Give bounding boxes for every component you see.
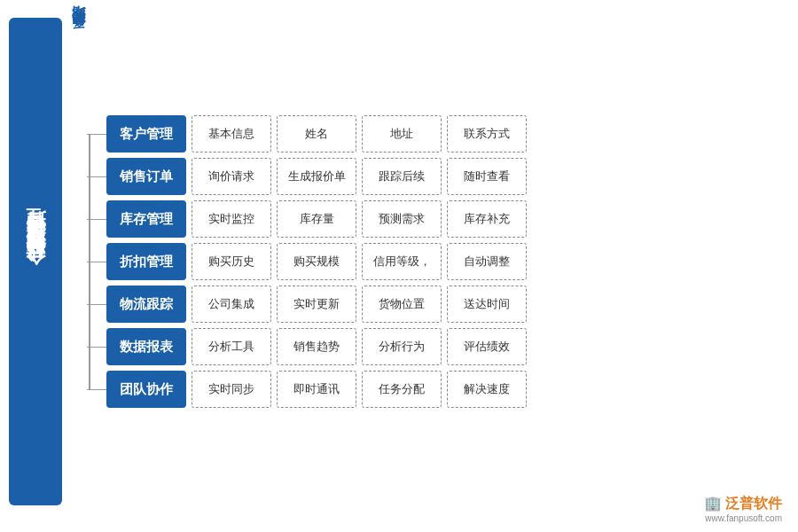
item-box[interactable]: 随时查看 xyxy=(447,158,527,195)
sub-title: 系统的功能介绍 xyxy=(70,28,87,41)
item-box[interactable]: 实时监控 xyxy=(192,200,271,238)
content-area: 客户管理基本信息姓名地址联系方式销售订单询价请求生成报价单跟踪后续随时查看库存管… xyxy=(62,115,789,408)
item-box[interactable]: 库存量 xyxy=(277,200,356,238)
watermark: 🏢 泛普软件 www.fanpusoft.com xyxy=(704,495,782,523)
item-box[interactable]: 预测需求 xyxy=(362,200,442,238)
item-box[interactable]: 联系方式 xyxy=(447,115,527,153)
vertical-title-banner: 合成材料制造行业销售管理 系统的功能介绍 xyxy=(9,18,62,505)
category-box-折扣管理[interactable]: 折扣管理 xyxy=(106,243,186,280)
func-row: 物流跟踪公司集成实时更新货物位置送达时间 xyxy=(106,286,789,323)
category-box-库存管理[interactable]: 库存管理 xyxy=(106,200,186,238)
watermark-logo: 🏢 泛普软件 xyxy=(704,495,782,513)
item-box[interactable]: 任务分配 xyxy=(362,371,442,408)
func-row: 数据报表分析工具销售趋势分析行为评估绩效 xyxy=(106,328,789,365)
item-box[interactable]: 分析工具 xyxy=(192,328,271,365)
item-box[interactable]: 信用等级， xyxy=(362,243,442,280)
item-box[interactable]: 跟踪后续 xyxy=(362,158,442,195)
main-title: 合成材料制造行业销售管理 xyxy=(24,240,47,283)
item-box[interactable]: 销售趋势 xyxy=(277,328,356,365)
category-box-销售订单[interactable]: 销售订单 xyxy=(106,158,186,195)
item-box[interactable]: 购买历史 xyxy=(192,243,271,280)
item-box[interactable]: 实时更新 xyxy=(277,286,356,323)
func-row: 库存管理实时监控库存量预测需求库存补充 xyxy=(106,200,789,238)
item-box[interactable]: 地址 xyxy=(362,115,442,153)
item-box[interactable]: 询价请求 xyxy=(192,158,271,195)
watermark-url: www.fanpusoft.com xyxy=(705,513,782,523)
item-box[interactable]: 解决速度 xyxy=(447,371,527,408)
func-row: 销售订单询价请求生成报价单跟踪后续随时查看 xyxy=(106,158,789,195)
main-container: 合成材料制造行业销售管理 系统的功能介绍 客户管理基本信息姓名地址联系方式销售订… xyxy=(0,0,798,532)
item-box[interactable]: 实时同步 xyxy=(192,371,271,408)
category-box-客户管理[interactable]: 客户管理 xyxy=(106,115,186,153)
func-row: 客户管理基本信息姓名地址联系方式 xyxy=(106,115,789,153)
item-box[interactable]: 库存补充 xyxy=(447,200,527,238)
func-row: 折扣管理购买历史购买规模信用等级，自动调整 xyxy=(106,243,789,280)
rows-wrapper: 客户管理基本信息姓名地址联系方式销售订单询价请求生成报价单跟踪后续随时查看库存管… xyxy=(106,115,789,408)
func-row: 团队协作实时同步即时通讯任务分配解决速度 xyxy=(106,371,789,408)
item-box[interactable]: 基本信息 xyxy=(192,115,271,153)
item-box[interactable]: 购买规模 xyxy=(277,243,356,280)
item-box[interactable]: 货物位置 xyxy=(362,286,442,323)
item-box[interactable]: 公司集成 xyxy=(192,286,271,323)
item-box[interactable]: 即时通讯 xyxy=(277,371,356,408)
item-box[interactable]: 分析行为 xyxy=(362,328,442,365)
category-box-数据报表[interactable]: 数据报表 xyxy=(106,328,186,365)
category-box-物流跟踪[interactable]: 物流跟踪 xyxy=(106,286,186,323)
item-box[interactable]: 评估绩效 xyxy=(447,328,527,365)
item-box[interactable]: 送达时间 xyxy=(447,286,527,323)
item-box[interactable]: 姓名 xyxy=(277,115,356,153)
category-box-团队协作[interactable]: 团队协作 xyxy=(106,371,186,408)
item-box[interactable]: 生成报价单 xyxy=(277,158,356,195)
item-box[interactable]: 自动调整 xyxy=(447,243,527,280)
